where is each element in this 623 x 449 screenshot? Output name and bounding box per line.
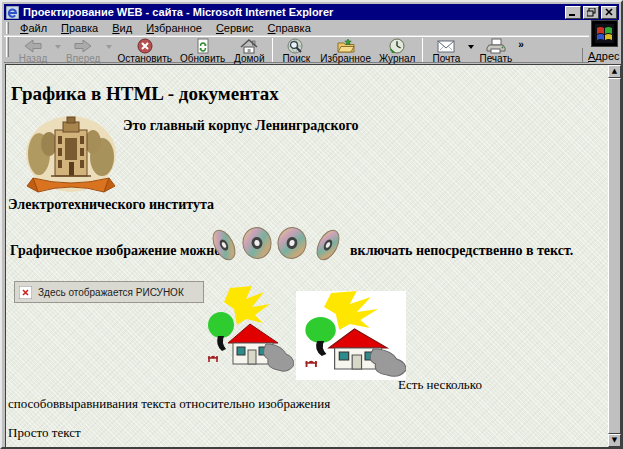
menu-help[interactable]: Справка (261, 21, 318, 35)
menu-file[interactable]: Файл (13, 21, 54, 35)
home-label: Домой (234, 53, 264, 64)
menu-tools[interactable]: Сервис (209, 21, 261, 35)
stop-label: Остановить (117, 53, 172, 64)
restore-button[interactable] (583, 6, 599, 19)
forward-label: Вперед (66, 53, 100, 64)
search-button[interactable]: Поиск (276, 37, 316, 63)
scroll-up-icon[interactable]: ▲ (608, 65, 621, 78)
intro-text-line2: Электротехнического института (8, 197, 214, 213)
ie-logo-icon (6, 6, 19, 19)
title-bar: Проектирование WEB - сайта - Microsoft I… (4, 4, 619, 20)
ie-throbber-icon (591, 20, 618, 47)
back-dropdown-icon[interactable] (53, 37, 62, 57)
history-label: Журнал (379, 53, 416, 64)
home-button[interactable]: Домой (229, 37, 269, 63)
page-viewport: Графика в HTML - документах Это главный … (5, 64, 622, 448)
favorites-label: Избранное (320, 53, 371, 64)
favorites-button[interactable]: Избранное (316, 37, 375, 63)
stop-button[interactable]: Остановить (113, 37, 176, 63)
toolbar: Назад Вперед О (4, 36, 589, 63)
refresh-icon (194, 38, 212, 54)
broken-image-placeholder: Здесь отображается РИСУНОК (14, 281, 204, 303)
history-button[interactable]: Журнал (375, 37, 420, 63)
vertical-scrollbar[interactable]: ▲ ▼ (608, 65, 621, 447)
scroll-down-icon[interactable]: ▼ (608, 434, 621, 447)
refresh-button[interactable]: Обновить (176, 37, 229, 63)
scrollbar-thumb[interactable] (608, 78, 621, 434)
back-icon (22, 38, 44, 54)
window-title: Проектирование WEB - сайта - Microsoft I… (23, 6, 565, 18)
building-engraving-image (25, 114, 117, 200)
toolbar-separator-2 (422, 38, 423, 62)
broken-image-icon (19, 286, 32, 299)
caption-right-text: Есть несколько (398, 377, 482, 393)
intro-text-line1: Это главный корпус Ленинградского (123, 118, 358, 134)
close-button[interactable] (601, 6, 617, 19)
search-icon (286, 38, 306, 54)
menu-view[interactable]: Вид (105, 21, 139, 35)
address-bar-collapsed[interactable]: Адрес (582, 48, 618, 63)
print-button[interactable]: Печать (475, 37, 516, 63)
mail-label: Почта (433, 53, 461, 64)
print-icon (486, 38, 506, 54)
cd-sentence-after: включать непосредственно в текст. (350, 243, 573, 259)
toolbar-grip[interactable] (6, 37, 9, 57)
align-description-text: способоввыравнивания текста относительно… (8, 396, 330, 412)
stop-icon (136, 38, 154, 54)
menu-favorites[interactable]: Избранное (139, 21, 209, 35)
refresh-label: Обновить (180, 53, 225, 64)
mail-icon (436, 38, 456, 54)
address-bar-label: Адрес (588, 50, 620, 62)
forward-icon (72, 38, 94, 54)
house-image-white-bg (296, 291, 406, 380)
history-icon (387, 38, 407, 54)
mail-dropdown-icon[interactable] (466, 37, 475, 57)
menu-edit[interactable]: Правка (54, 21, 105, 35)
back-button[interactable]: Назад (13, 37, 53, 63)
back-label: Назад (19, 53, 48, 64)
toolbar-overflow-chevron[interactable]: » (518, 39, 524, 50)
print-label: Печать (479, 53, 512, 64)
page-heading: Графика в HTML - документах (11, 83, 279, 105)
forward-button[interactable]: Вперед (62, 37, 104, 63)
search-label: Поиск (282, 53, 310, 64)
cd-disc-images (209, 224, 347, 264)
browser-window: Проектирование WEB - сайта - Microsoft I… (0, 0, 623, 449)
minimize-button[interactable] (565, 6, 581, 19)
broken-image-label: Здесь отображается РИСУНОК (38, 287, 184, 298)
forward-dropdown-icon[interactable] (104, 37, 113, 57)
house-image-transparent (200, 286, 294, 376)
cd-sentence-before: Графическое изображение можно (10, 243, 221, 259)
menu-bar: Файл Правка Вид Избранное Сервис Справка (4, 20, 589, 36)
mail-button[interactable]: Почта (426, 37, 466, 63)
home-icon (239, 38, 259, 54)
favorites-icon (336, 38, 356, 54)
menu-grip[interactable] (6, 22, 9, 34)
plain-text-line: Просто текст (8, 425, 81, 441)
toolbar-separator (272, 38, 273, 62)
